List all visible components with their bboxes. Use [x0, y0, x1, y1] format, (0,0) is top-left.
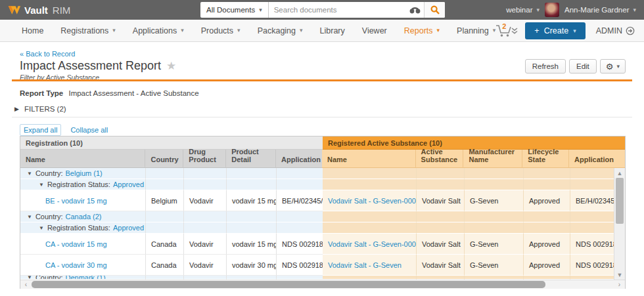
- column-header[interactable]: Application: [568, 150, 614, 168]
- search-input[interactable]: [269, 2, 405, 18]
- table-cell: CA - vodavir 30 mg: [20, 255, 145, 276]
- report-table: Registration (10) Registered Active Subs…: [20, 136, 626, 289]
- table-cell: [183, 179, 226, 190]
- column-header[interactable]: Country: [145, 150, 183, 168]
- table-cell: Vodavir Salt: [416, 255, 464, 276]
- collapse-all-button[interactable]: Collapse all: [70, 126, 108, 134]
- vertical-scroll-thumb[interactable]: [616, 178, 624, 224]
- table-cell: vodavir 15 mg: [226, 234, 276, 255]
- column-header[interactable]: Active Substance: [415, 150, 463, 168]
- column-header[interactable]: Name: [20, 150, 145, 168]
- table-cell: [416, 168, 464, 179]
- column-header[interactable]: Name: [322, 150, 415, 168]
- vault-logo[interactable]: Vault RIM: [0, 5, 70, 16]
- table-cell: Vodavir Salt - G-Seven: [323, 255, 416, 276]
- collapse-triangle-icon[interactable]: ▼: [39, 182, 44, 188]
- expand-all-button[interactable]: Expand all: [20, 124, 61, 136]
- nav-item-home[interactable]: Home: [13, 20, 52, 42]
- table-cell: [183, 211, 226, 222]
- collapse-triangle-icon[interactable]: ▼: [27, 214, 32, 220]
- table-cell: [145, 179, 183, 190]
- vertical-scrollbar[interactable]: ▲ ▼: [614, 168, 625, 280]
- record-link[interactable]: Vodavir Salt - G-Seven-000005: [328, 197, 416, 205]
- record-link[interactable]: Vodavir Salt - G-Seven-000001: [328, 240, 416, 248]
- group-value-link[interactable]: Canada (2): [66, 213, 102, 221]
- chevron-down-icon: ▾: [300, 28, 303, 33]
- table-row: BE - vodavir 15 mgBelgiumVodavirvodavir …: [20, 190, 625, 211]
- nav-item-viewer[interactable]: Viewer: [354, 20, 396, 42]
- table-cell: [416, 222, 464, 234]
- record-link[interactable]: CA - vodavir 30 mg: [45, 261, 107, 269]
- page-title-row: Impact Assessment Report ★: [20, 59, 176, 73]
- group-row: ▼Registration Status:Approved (2): [20, 222, 625, 234]
- group-value-link[interactable]: Approved (2): [113, 224, 145, 232]
- scroll-down-arrow-icon[interactable]: ▼: [614, 270, 625, 279]
- horizontal-scroll-thumb[interactable]: [32, 281, 545, 288]
- nav-item-label: Registrations: [60, 26, 108, 35]
- disclosure-triangle-icon: ▶: [14, 106, 19, 112]
- star-icon[interactable]: ★: [166, 59, 176, 73]
- record-link[interactable]: Vodavir Salt - G-Seven: [328, 261, 402, 269]
- table-cell: Vodavir Salt - G-Seven-000005: [323, 190, 416, 211]
- record-link[interactable]: CA - vodavir 15 mg: [45, 240, 107, 248]
- scroll-left-arrow-icon[interactable]: ‹: [21, 280, 31, 289]
- refresh-button[interactable]: Refresh: [525, 59, 566, 74]
- edit-button[interactable]: Edit: [569, 59, 597, 74]
- nav-item-packaging[interactable]: Packaging▾: [249, 20, 311, 42]
- collapse-triangle-icon[interactable]: ▼: [39, 225, 44, 231]
- page-title: Impact Assessment Report: [20, 59, 161, 73]
- create-button[interactable]: + Create ▾: [525, 22, 585, 39]
- admin-arrow-icon: [626, 26, 635, 35]
- admin-link[interactable]: ADMIN: [596, 26, 635, 35]
- nav-item-products[interactable]: Products▾: [193, 20, 249, 42]
- vault-logo-icon: [8, 5, 21, 15]
- filters-toggle[interactable]: ▶ FILTERS (2): [14, 105, 66, 113]
- column-header[interactable]: Application: [275, 150, 322, 168]
- cart-button[interactable]: 2: [495, 22, 515, 39]
- settings-menu-button[interactable]: ⚙ ▾: [600, 59, 626, 74]
- back-to-record-link[interactable]: « Back to Record: [20, 50, 75, 58]
- cell-value: Belgium: [151, 197, 177, 205]
- cart-count-badge: 2: [502, 22, 506, 30]
- group-value-link[interactable]: Belgium (1): [66, 169, 103, 177]
- nav-item-reports[interactable]: Reports▾: [396, 20, 448, 42]
- cell-value: Vodavir: [189, 261, 214, 269]
- search-scope-dropdown[interactable]: All Documents ▾: [200, 2, 269, 18]
- cell-value: vodavir 15 mg: [232, 240, 276, 248]
- nav-item-applications[interactable]: Applications▾: [124, 20, 193, 42]
- scroll-right-arrow-icon[interactable]: ›: [614, 280, 624, 289]
- record-link[interactable]: BE - vodavir 15 mg: [45, 197, 107, 205]
- vault-selector[interactable]: webinar ▾: [506, 6, 540, 14]
- search-button[interactable]: [424, 2, 445, 18]
- user-menu[interactable]: Ann-Marie Gardner ▾: [564, 6, 636, 14]
- nav-item-registrations[interactable]: Registrations▾: [52, 20, 124, 42]
- cell-value: Vodavir: [189, 197, 214, 205]
- create-button-label: Create: [544, 26, 569, 35]
- group-value-link[interactable]: Approved (1): [113, 180, 145, 188]
- table-cell: [276, 179, 323, 190]
- column-header[interactable]: Product Detail: [225, 150, 275, 168]
- nav-item-library[interactable]: Library: [311, 20, 354, 42]
- table-cell: NDS 002918: [570, 234, 615, 255]
- table-cell: [570, 211, 615, 222]
- table-cell: [145, 211, 183, 222]
- chevron-down-icon: ▾: [633, 7, 636, 13]
- table-cell: Vodavir Salt: [416, 234, 464, 255]
- binoculars-icon[interactable]: [405, 7, 424, 14]
- collapse-triangle-icon[interactable]: ▼: [27, 171, 32, 177]
- horizontal-scrollbar[interactable]: ‹ ›: [20, 280, 625, 289]
- column-header[interactable]: Lifecycle State: [522, 150, 568, 168]
- avatar[interactable]: [545, 3, 559, 17]
- table-cell: [183, 222, 226, 234]
- report-type-label: Report Type: [20, 89, 63, 97]
- suite-name: RIM: [53, 5, 71, 16]
- top-bar: Vault RIM All Documents ▾: [0, 0, 644, 20]
- column-header[interactable]: Manufacturer Name: [463, 150, 522, 168]
- table-cell: Canada: [145, 255, 183, 276]
- group-row: ▼Registration Status:Approved (1): [20, 179, 625, 190]
- table-cell: [416, 211, 464, 222]
- nav-right: 2 + Create ▾ ADMIN: [495, 20, 635, 42]
- column-header[interactable]: Drug Product: [183, 150, 225, 168]
- scroll-up-arrow-icon[interactable]: ▲: [614, 169, 625, 177]
- table-cell: Vodavir: [183, 234, 226, 255]
